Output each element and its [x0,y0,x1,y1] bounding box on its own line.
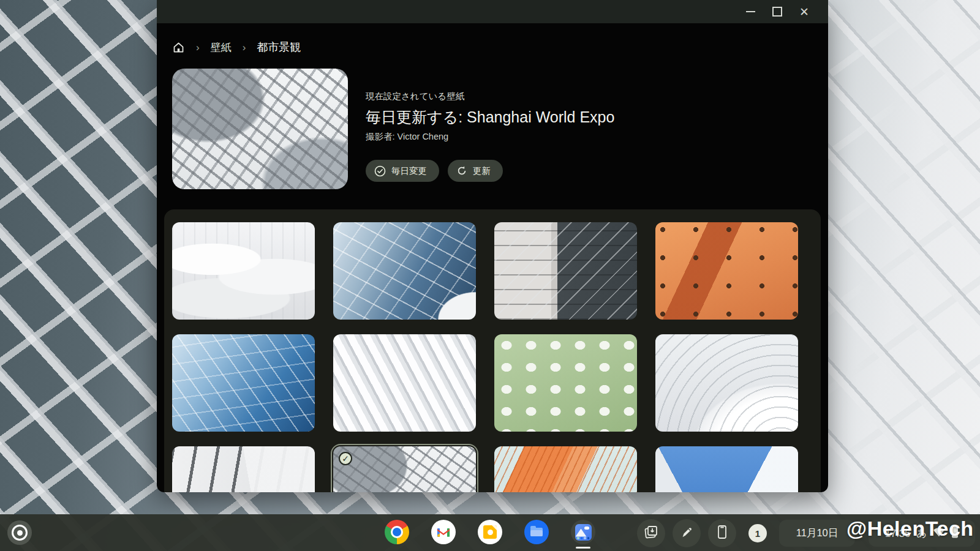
gmail-icon [431,520,456,544]
maximize-button[interactable] [768,2,786,21]
chevron-right-icon: › [196,42,200,53]
wallpaper-thumbnail-green-cube-facade[interactable] [494,334,637,432]
date-button[interactable]: 11月10日 [779,520,855,547]
wallpaper-thumbnail-expo-lattice-current[interactable]: ✓ [333,446,476,492]
clock-label: 17:36 [885,528,910,539]
keep-icon [478,520,502,544]
chevron-right-icon: › [243,42,246,53]
wallpaper-thumbnail-gray-fire-escape[interactable] [494,222,637,320]
wallpaper-thumbnail-white-spiral-tower[interactable] [655,334,798,432]
window-titlebar[interactable]: ✕ [157,0,828,23]
stylus-tools-button[interactable] [673,519,701,547]
minimize-icon [746,11,755,12]
breadcrumb-wallpaper[interactable]: 壁紙 [211,40,232,54]
screen-capture-icon [644,525,658,542]
chrome-icon [385,520,409,544]
daily-change-label: 毎日変更 [391,165,427,177]
ime-indicator: あ [916,527,927,540]
current-wallpaper-section: 現在設定されている壁紙 毎日更新する: Shanghai World Expo … [172,69,828,189]
current-wallpaper-label: 現在設定されている壁紙 [366,90,614,102]
battery-icon [951,526,959,541]
chrome-app-button[interactable] [384,520,410,544]
minimize-button[interactable] [741,2,760,21]
photographer-credit: 撮影者: Victor Cheng [366,130,614,143]
close-button[interactable]: ✕ [795,2,813,21]
screen-capture-button[interactable] [637,519,665,547]
wallpaper-thumbnail-blue-geodesic-roof[interactable] [172,334,315,432]
refresh-button[interactable]: 更新 [448,160,503,182]
wallpaper-thumbnail-white-slit-facade[interactable] [172,446,315,492]
current-wallpaper-info: 現在設定されている壁紙 毎日更新する: Shanghai World Expo … [348,69,614,189]
breadcrumb: › 壁紙 › 都市景観 [172,37,828,58]
wallpaper-thumbnail-orange-facade-stairs[interactable] [655,222,798,320]
current-wallpaper-preview [172,69,348,189]
wifi-icon [933,527,945,539]
wallpaper-app-button[interactable] [570,520,596,549]
wallpaper-thumbnail-blue-sky-white-peak[interactable] [655,446,798,492]
current-wallpaper-title: 毎日更新する: Shanghai World Expo [366,107,614,127]
daily-change-button[interactable]: 毎日変更 [366,160,439,182]
launcher-icon [12,525,28,541]
wallpaper-grid: ✓ [164,209,821,492]
refresh-label: 更新 [473,165,491,177]
shelf: 1 11月10日 17:36 あ [0,514,980,551]
gmail-app-button[interactable] [431,520,456,544]
desktop: ✕ › 壁紙 › 都市景観 現在設定されている壁紙 毎日更新する: Shangh… [0,0,980,551]
wallpaper-app-window: ✕ › 壁紙 › 都市景観 現在設定されている壁紙 毎日更新する: Shangh… [157,0,828,492]
maximize-icon [772,7,782,17]
files-icon [524,520,549,544]
selected-check-icon: ✓ [339,452,352,465]
launcher-button[interactable] [7,520,32,545]
close-icon: ✕ [799,6,809,18]
home-icon [172,41,185,54]
refresh-icon [456,165,467,176]
check-circle-icon [374,165,386,177]
phone-hub-button[interactable] [708,519,736,547]
phone-hub-icon [716,525,728,542]
breadcrumb-cityscape: 都市景観 [257,40,301,54]
active-app-indicator [576,547,590,549]
notification-counter[interactable]: 1 [748,524,767,542]
wallpaper-app-dots [575,537,592,539]
stylus-icon [680,525,693,541]
wallpaper-thumbnail-white-curved-museum[interactable] [172,222,315,320]
home-button[interactable] [172,41,185,54]
wallpaper-thumbnail-white-ribbed-structure[interactable] [333,334,476,432]
keep-app-button[interactable] [477,520,503,544]
wallpaper-actions: 毎日変更 更新 [366,160,614,182]
quick-settings-button[interactable]: 17:36 あ [869,520,975,547]
wallpaper-grid-container: ✓ [164,209,821,492]
shelf-apps [384,520,596,549]
wallpaper-thumbnail-orange-truss-bridge[interactable] [494,446,637,492]
status-area: 1 11月10日 17:36 あ [630,519,975,547]
wallpaper-app-icon [571,520,595,544]
wallpaper-thumbnail-blue-glass-canopy[interactable] [333,222,476,320]
files-app-button[interactable] [524,520,549,544]
